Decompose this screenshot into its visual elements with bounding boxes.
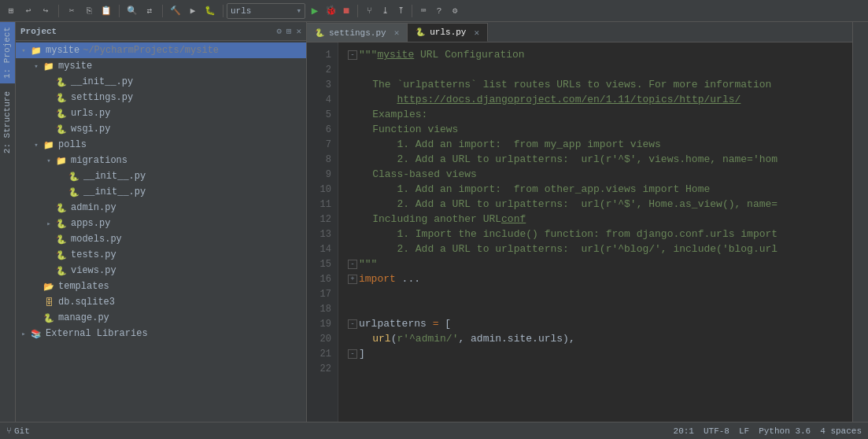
panel-gear-icon[interactable]: ⚙	[276, 26, 282, 36]
status-indent[interactable]: 4 spaces	[820, 426, 862, 436]
tree-label-polls: polls	[58, 139, 87, 150]
run-button[interactable]: ▶	[307, 3, 323, 19]
code-line-10: 1. Add an import: from other_app.views i…	[348, 182, 852, 197]
code-line-5: Examples:	[348, 107, 852, 122]
code-l21-bracket: ]	[359, 348, 365, 360]
right-strip	[852, 22, 868, 422]
tree-label-mysite-path: ~/PycharmProjects/mysite	[83, 45, 219, 56]
toolbar-icon-paste[interactable]: 📋	[98, 3, 114, 19]
panel-close-icon[interactable]: ✕	[296, 26, 301, 36]
code-line-1: -"""mysite URL Configuration	[348, 47, 852, 62]
toolbar-icon-cut[interactable]: ✂	[64, 3, 79, 19]
tree-item-models[interactable]: ▸ 🐍 models.py	[16, 231, 306, 247]
toolbar-icon-run[interactable]: ▶	[185, 3, 201, 19]
toolbar-icon-1[interactable]: ⊞	[3, 3, 19, 19]
ln-14: 14	[307, 242, 338, 256]
editor-tabs: 🐍 settings.py ✕ 🐍 urls.py ✕	[307, 22, 852, 42]
tree-item-migrations[interactable]: ▾ 📁 migrations	[16, 153, 306, 168]
debug-button[interactable]: 🐞	[323, 3, 338, 19]
fold-icon-16[interactable]: +	[348, 275, 357, 284]
structure-tab-label[interactable]: 2: Structure	[0, 87, 15, 158]
ln-19: 19	[307, 316, 338, 331]
tree-item-migr-init[interactable]: ▸ 🐍 __init__.py	[16, 168, 306, 184]
tree-item-apps[interactable]: ▸ 🐍 apps.py	[16, 216, 306, 231]
terminal-icon[interactable]: ⌨	[416, 3, 431, 19]
toolbar-icon-search[interactable]: 🔍	[124, 3, 140, 19]
tree-item-wsgi[interactable]: ▸ 🐍 wsgi.py	[16, 121, 306, 137]
tree-label-admin: admin.py	[71, 202, 116, 213]
ln-2: 2	[307, 62, 338, 77]
code-line-20: url(r'^admin/', admin.site.urls),	[348, 331, 852, 346]
py-icon-admin: 🐍	[55, 201, 68, 214]
run-config-dropdown[interactable]: urls ▾	[227, 3, 305, 19]
tree-item-polls[interactable]: ▾ 📁 polls	[16, 137, 306, 153]
project-tab-label[interactable]: 1: Project	[0, 22, 15, 83]
tree-item-urls[interactable]: ▸ 🐍 urls.py	[16, 105, 306, 121]
ln-13: 13	[307, 227, 338, 242]
ln-1: 1	[307, 47, 338, 62]
tree-item-templates[interactable]: ▸ 📂 templates	[16, 279, 306, 294]
git-label: Git	[14, 426, 30, 436]
toolbar-icon-build[interactable]: 🔨	[168, 3, 183, 19]
toolbar-icon-2[interactable]: ↩	[20, 3, 36, 19]
fold-icon-19[interactable]: -	[348, 319, 357, 329]
toolbar-icon-replace[interactable]: ⇄	[142, 3, 157, 19]
status-python[interactable]: Python 3.6	[759, 426, 811, 436]
py-icon-migr-init: 🐍	[68, 170, 80, 183]
fold-icon-15[interactable]: -	[348, 260, 357, 269]
tree-item-polls-init[interactable]: ▸ 🐍 __init__.py	[16, 184, 306, 200]
tab-urls-close[interactable]: ✕	[474, 28, 479, 38]
push-icon[interactable]: ⤒	[393, 3, 408, 19]
code-l16-kw: import	[359, 273, 396, 285]
code-l4a	[348, 94, 397, 105]
code-editor[interactable]: 1 2 3 4 5 6 7 8 9 10 11 12 13 14 15 16 1…	[307, 42, 852, 422]
tree-item-init1[interactable]: ▸ 🐍 __init__.py	[16, 74, 306, 90]
ln-12: 12	[307, 212, 338, 227]
tree-label-views: views.py	[71, 265, 116, 276]
ln-11: 11	[307, 197, 338, 212]
toolbar-icon-copy[interactable]: ⎘	[81, 3, 97, 19]
tree-item-mysite-inner[interactable]: ▾ 📁 mysite	[16, 58, 306, 74]
stop-button[interactable]: ■	[338, 3, 354, 19]
status-encoding[interactable]: UTF-8	[704, 426, 729, 436]
code-l8: 2. Add a URL to urlpatterns: url(r'^$', …	[348, 153, 778, 165]
ln-6: 6	[307, 122, 338, 137]
fold-icon-21[interactable]: -	[348, 349, 357, 359]
toolbar-icon-3[interactable]: ↪	[38, 3, 54, 19]
status-line-col[interactable]: 20:1	[674, 426, 694, 436]
ln-4: 4	[307, 92, 338, 107]
tab-settings-close[interactable]: ✕	[394, 28, 400, 38]
folder-icon-polls: 📁	[42, 138, 55, 151]
tree-item-ext-libs[interactable]: ▸ 📚 External Libraries	[16, 326, 306, 341]
fold-icon-1[interactable]: -	[348, 50, 357, 60]
tree-item-db[interactable]: ▸ 🗄 db.sqlite3	[16, 294, 306, 310]
tree-item-admin[interactable]: ▸ 🐍 admin.py	[16, 200, 306, 216]
tab-urls[interactable]: 🐍 urls.py ✕	[408, 23, 488, 42]
tree-item-settings[interactable]: ▸ 🐍 settings.py	[16, 90, 306, 105]
vcs-icon[interactable]: ⑂	[361, 3, 377, 19]
toolbar: ⊞ ↩ ↪ ✂ ⎘ 📋 🔍 ⇄ 🔨 ▶ 🐛 urls ▾ ▶ 🐞 ■ ⑂ ⤓ ⤒…	[0, 0, 868, 22]
settings-icon[interactable]: ⚙	[447, 3, 463, 19]
code-content[interactable]: -"""mysite URL Configuration The `urlpat…	[338, 42, 852, 422]
vertical-tab-left: 1: Project 2: Structure	[0, 22, 16, 422]
code-l19-var: urlpatterns	[359, 318, 433, 330]
tree-item-mysite-root[interactable]: ▾ 📁 mysite ~/PycharmProjects/mysite	[16, 42, 306, 58]
tree-item-views[interactable]: ▸ 🐍 views.py	[16, 263, 306, 279]
tree-label-tests: tests.py	[71, 249, 116, 260]
update-icon[interactable]: ⤓	[377, 3, 393, 19]
panel-expand-icon[interactable]: ⊞	[286, 26, 292, 36]
status-line-sep[interactable]: LF	[739, 426, 749, 436]
py-icon-apps: 🐍	[55, 217, 68, 230]
tab-settings[interactable]: 🐍 settings.py ✕	[307, 23, 408, 42]
status-git[interactable]: ⑂ Git	[6, 426, 30, 436]
code-l19-eq: =	[433, 318, 439, 330]
project-tree: ▾ 📁 mysite ~/PycharmProjects/mysite ▾ 📁 …	[16, 41, 306, 422]
toolbar-icon-debug[interactable]: 🐛	[202, 3, 218, 19]
ln-17: 17	[307, 286, 338, 301]
help-icon[interactable]: ?	[431, 3, 447, 19]
line-numbers: 1 2 3 4 5 6 7 8 9 10 11 12 13 14 15 16 1…	[307, 42, 338, 422]
status-right: 20:1 UTF-8 LF Python 3.6 4 spaces	[674, 426, 862, 436]
tree-item-tests[interactable]: ▸ 🐍 tests.py	[16, 247, 306, 263]
ln-20: 20	[307, 331, 338, 346]
tree-item-manage[interactable]: ▸ 🐍 manage.py	[16, 310, 306, 326]
